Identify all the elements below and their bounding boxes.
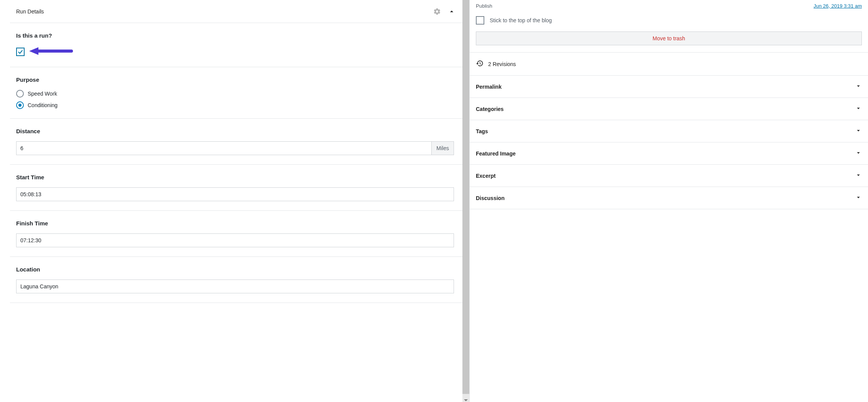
publish-label: Publish (476, 3, 492, 9)
purpose-option-speed-work[interactable]: Speed Work (16, 90, 456, 98)
field-location: Location (10, 257, 462, 303)
panel-categories[interactable]: Categories (470, 98, 868, 120)
main-editor: Run Details Is this a run? (0, 0, 462, 402)
distance-unit: Miles (432, 141, 454, 155)
panel-tags[interactable]: Tags (470, 120, 868, 142)
panel-discussion[interactable]: Discussion (470, 187, 868, 209)
purpose-option-conditioning[interactable]: Conditioning (16, 101, 456, 109)
chevron-down-icon (855, 83, 862, 91)
panel-label: Featured Image (476, 151, 515, 157)
chevron-down-icon (855, 194, 862, 202)
publish-row: Publish Jun 26, 2019 3:31 am (470, 0, 868, 12)
chevron-down-icon (855, 127, 862, 135)
distance-label: Distance (16, 128, 456, 134)
radio-label: Speed Work (28, 91, 57, 97)
field-purpose: Purpose Speed Work Conditioning (10, 67, 462, 119)
panel-header-controls (431, 5, 458, 18)
panel-label: Permalink (476, 84, 502, 90)
annotation-arrow-icon (29, 46, 75, 58)
panel-label: Tags (476, 128, 488, 134)
stick-checkbox[interactable] (476, 16, 484, 25)
panel-header: Run Details (10, 0, 462, 23)
radio-label: Conditioning (28, 102, 58, 108)
finish-time-label: Finish Time (16, 220, 456, 227)
history-icon (476, 60, 484, 68)
start-time-label: Start Time (16, 174, 456, 180)
is-run-label: Is this a run? (16, 32, 456, 39)
panel-excerpt[interactable]: Excerpt (470, 165, 868, 187)
location-input[interactable] (16, 280, 454, 293)
panel-label: Discussion (476, 195, 505, 201)
collapse-panel-icon[interactable] (446, 5, 458, 18)
chevron-down-icon (855, 105, 862, 113)
panel-permalink[interactable]: Permalink (470, 76, 868, 98)
radio-icon (16, 90, 24, 98)
radio-icon (16, 101, 24, 109)
start-time-input[interactable] (16, 187, 454, 201)
panel-label: Categories (476, 106, 504, 112)
panel-title: Run Details (10, 8, 44, 15)
finish-time-input[interactable] (16, 233, 454, 247)
field-finish-time: Finish Time (10, 211, 462, 257)
move-to-trash-button[interactable]: Move to trash (476, 31, 862, 45)
field-start-time: Start Time (10, 165, 462, 211)
chevron-down-icon (855, 149, 862, 157)
stick-label: Stick to the top of the blog (490, 17, 552, 23)
panel-featured-image[interactable]: Featured Image (470, 142, 868, 164)
revisions-label: 2 Revisions (488, 61, 516, 67)
stick-to-top-row[interactable]: Stick to the top of the blog (470, 12, 868, 31)
gear-icon[interactable] (431, 5, 443, 18)
chevron-down-icon (855, 172, 862, 180)
main-scrollbar[interactable] (462, 0, 469, 402)
location-label: Location (16, 266, 456, 273)
svg-marker-1 (29, 47, 38, 55)
publish-date-link[interactable]: Jun 26, 2019 3:31 am (813, 3, 862, 9)
revisions-row[interactable]: 2 Revisions (470, 53, 868, 75)
field-is-run: Is this a run? (10, 23, 462, 67)
field-distance: Distance Miles (10, 119, 462, 165)
purpose-label: Purpose (16, 76, 456, 83)
scroll-down-icon (462, 399, 469, 401)
panel-label: Excerpt (476, 173, 495, 179)
sidebar: Publish Jun 26, 2019 3:31 am Stick to th… (469, 0, 868, 402)
is-run-checkbox[interactable] (16, 48, 25, 56)
distance-input[interactable] (16, 141, 432, 155)
